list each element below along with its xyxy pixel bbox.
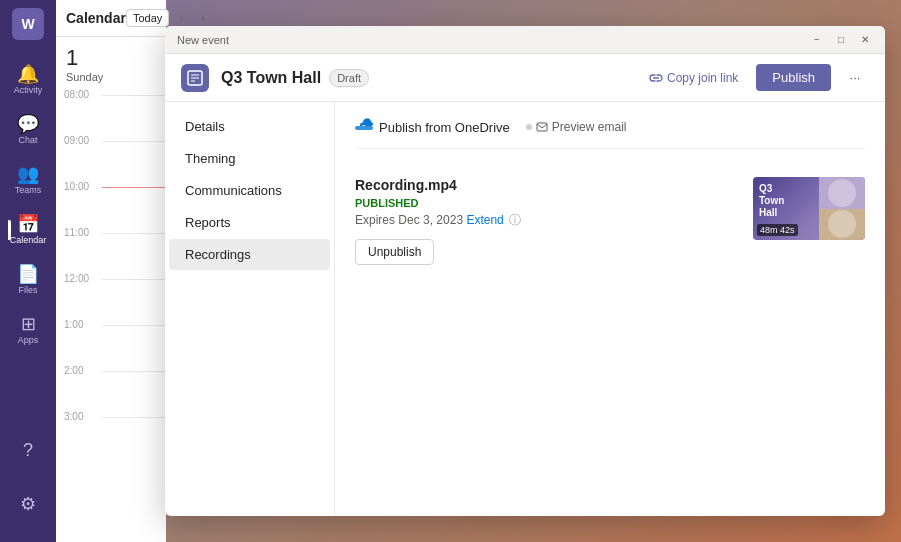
more-options-button[interactable]: ··· bbox=[841, 64, 869, 92]
sidebar-item-label: Activity bbox=[14, 85, 43, 95]
person-silhouette-bottom bbox=[828, 210, 856, 238]
onedrive-header: Publish from OneDrive Preview email bbox=[355, 118, 865, 149]
copy-join-link-label: Copy join link bbox=[667, 71, 738, 85]
person-top bbox=[819, 177, 865, 209]
time-label: 09:00 bbox=[64, 135, 94, 146]
publish-button[interactable]: Publish bbox=[756, 64, 831, 91]
calendar-title: Calendar bbox=[66, 10, 126, 26]
onedrive-icon bbox=[355, 118, 373, 136]
time-label: 11:00 bbox=[64, 227, 94, 238]
calendar-panel: Calendar Today ‹ › 1 Sunday 08:00 09:00 … bbox=[56, 0, 166, 542]
svg-rect-4 bbox=[537, 123, 547, 131]
nav-item-details[interactable]: Details bbox=[169, 111, 330, 142]
avatar: W bbox=[12, 8, 44, 40]
main-window: New event − □ ✕ bbox=[165, 26, 885, 516]
sidebar-item-calendar[interactable]: 📅 Calendar bbox=[8, 206, 48, 254]
maximize-button[interactable]: □ bbox=[833, 32, 849, 48]
time-slot-14: 2:00 bbox=[64, 363, 166, 409]
day-name: Sunday bbox=[66, 71, 156, 83]
time-slot-13: 1:00 bbox=[64, 317, 166, 363]
event-title: Q3 Town Hall bbox=[221, 69, 321, 87]
event-icon bbox=[181, 64, 209, 92]
nav-item-reports[interactable]: Reports bbox=[169, 207, 330, 238]
activity-icon: 🔔 bbox=[17, 65, 39, 83]
email-icon bbox=[536, 121, 548, 133]
more-icon: ··· bbox=[850, 70, 861, 85]
divider-dot bbox=[526, 124, 532, 130]
onedrive-source[interactable]: Publish from OneDrive bbox=[355, 118, 510, 136]
settings-icon: ⚙ bbox=[20, 495, 36, 513]
thumbnail-duration: 48m 42s bbox=[757, 224, 798, 236]
time-slot-15: 3:00 bbox=[64, 409, 166, 455]
sidebar-bottom: ? ⚙ bbox=[8, 426, 48, 530]
draft-badge: Draft bbox=[329, 69, 369, 87]
unpublish-button[interactable]: Unpublish bbox=[355, 239, 434, 265]
thumbnail-people bbox=[819, 177, 865, 240]
files-icon: 📄 bbox=[17, 265, 39, 283]
maximize-icon: □ bbox=[838, 34, 844, 45]
sidebar-item-label: Apps bbox=[18, 335, 39, 345]
link-icon bbox=[649, 71, 663, 85]
nav-item-theming[interactable]: Theming bbox=[169, 143, 330, 174]
today-button[interactable]: Today bbox=[126, 9, 169, 27]
left-nav: Details Theming Communications Reports R… bbox=[165, 102, 335, 516]
prev-button[interactable]: ‹ bbox=[171, 8, 191, 28]
event-header-actions: Copy join link Publish ··· bbox=[641, 64, 869, 92]
sidebar-item-activity[interactable]: 🔔 Activity bbox=[8, 56, 48, 104]
sidebar-item-label: Teams bbox=[15, 185, 42, 195]
time-slots: 08:00 09:00 10:00 11:00 12:00 1:00 bbox=[56, 87, 166, 542]
time-label: 3:00 bbox=[64, 411, 94, 422]
time-label: 2:00 bbox=[64, 365, 94, 376]
content-area: Details Theming Communications Reports R… bbox=[165, 102, 885, 516]
time-slot-09: 09:00 bbox=[64, 133, 166, 179]
sidebar-item-apps[interactable]: ⊞ Apps bbox=[8, 306, 48, 354]
sidebar-item-teams[interactable]: 👥 Teams bbox=[8, 156, 48, 204]
day-number: 1 bbox=[66, 45, 156, 71]
copy-join-link-button[interactable]: Copy join link bbox=[641, 67, 746, 89]
sidebar-item-label: Files bbox=[18, 285, 37, 295]
time-label: 12:00 bbox=[64, 273, 94, 284]
person-silhouette-top bbox=[828, 179, 856, 207]
expiry-text: Expires Dec 3, 2023 Extend ⓘ bbox=[355, 212, 737, 229]
recording-info: Recording.mp4 PUBLISHED Expires Dec 3, 2… bbox=[355, 177, 737, 265]
nav-item-communications[interactable]: Communications bbox=[169, 175, 330, 206]
calendar-header: Calendar Today ‹ › bbox=[56, 0, 166, 37]
sidebar-item-label: Calendar bbox=[10, 235, 47, 245]
window-chrome: New event − □ ✕ bbox=[165, 26, 885, 54]
chat-icon: 💬 bbox=[17, 115, 39, 133]
person-bottom bbox=[819, 209, 865, 241]
next-button[interactable]: › bbox=[193, 8, 213, 28]
recording-card: Recording.mp4 PUBLISHED Expires Dec 3, 2… bbox=[355, 165, 865, 277]
time-label: 08:00 bbox=[64, 89, 94, 100]
sidebar-item-help[interactable]: ? bbox=[8, 426, 48, 474]
minimize-button[interactable]: − bbox=[809, 32, 825, 48]
desktop: W 🔔 Activity 💬 Chat 👥 Teams 📅 Calendar 📄… bbox=[0, 0, 901, 542]
recording-thumbnail: Q3 Town Hall 48m 42s bbox=[753, 177, 865, 240]
preview-email-button[interactable]: Preview email bbox=[526, 120, 627, 134]
extend-link[interactable]: Extend bbox=[466, 213, 503, 227]
minimize-icon: − bbox=[814, 34, 820, 45]
sidebar-item-files[interactable]: 📄 Files bbox=[8, 256, 48, 304]
main-content: Publish from OneDrive Preview email bbox=[335, 102, 885, 516]
event-header: Q3 Town Hall Draft Copy join link Publis… bbox=[165, 54, 885, 102]
nav-item-recordings[interactable]: Recordings bbox=[169, 239, 330, 270]
sidebar-item-label: Chat bbox=[18, 135, 37, 145]
calendar-icon: 📅 bbox=[17, 215, 39, 233]
sidebar-item-chat[interactable]: 💬 Chat bbox=[8, 106, 48, 154]
published-status: PUBLISHED bbox=[355, 197, 737, 209]
teams-icon: 👥 bbox=[17, 165, 39, 183]
close-icon: ✕ bbox=[861, 34, 869, 45]
teams-sidebar: W 🔔 Activity 💬 Chat 👥 Teams 📅 Calendar 📄… bbox=[0, 0, 56, 542]
event-title-group: Q3 Town Hall Draft bbox=[221, 69, 629, 87]
onedrive-source-label: Publish from OneDrive bbox=[379, 120, 510, 135]
preview-email-label: Preview email bbox=[552, 120, 627, 134]
window-title: New event bbox=[177, 34, 229, 46]
time-label: 1:00 bbox=[64, 319, 94, 330]
sidebar-item-settings[interactable]: ⚙ bbox=[8, 480, 48, 528]
info-icon: ⓘ bbox=[509, 213, 521, 227]
recording-title: Recording.mp4 bbox=[355, 177, 737, 193]
expiry-prefix: Expires Dec 3, 2023 bbox=[355, 213, 463, 227]
time-label: 10:00 bbox=[64, 181, 94, 192]
close-button[interactable]: ✕ bbox=[857, 32, 873, 48]
window-controls: − □ ✕ bbox=[809, 32, 873, 48]
